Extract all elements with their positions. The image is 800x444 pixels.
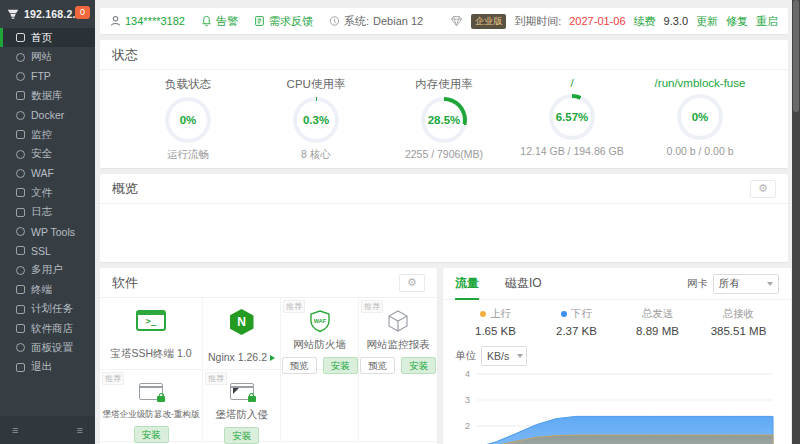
- sidebar-item-ftp[interactable]: FTP: [0, 67, 95, 86]
- sidebar-item-terminal[interactable]: 终端: [0, 280, 95, 299]
- panel-version[interactable]: 9.3.0: [664, 15, 688, 27]
- repair-button[interactable]: 修复: [726, 14, 748, 29]
- wordpress-icon: [16, 227, 25, 236]
- website-icon: [16, 53, 25, 62]
- account-link[interactable]: 134****3182: [110, 15, 185, 27]
- main-content: 134****3182 告警 需求反馈 系统: Debian 12 企业版 到期…: [95, 0, 792, 444]
- sidebar-item-wp-tools[interactable]: WP Tools: [0, 222, 95, 241]
- sidebar-item-security[interactable]: 安全: [0, 144, 95, 163]
- cube-icon: [386, 309, 410, 333]
- tab-traffic[interactable]: 流量: [455, 268, 479, 300]
- overview-panel-header: 概览 ⚙: [100, 174, 788, 204]
- sidebar-item-waf[interactable]: WAF: [0, 164, 95, 183]
- traffic-chart-wrap: 1234: [455, 368, 779, 444]
- topbar: 134****3182 告警 需求反馈 系统: Debian 12 企业版 到期…: [100, 8, 788, 34]
- svg-text:WAF: WAF: [313, 318, 326, 324]
- database-icon: [16, 91, 25, 100]
- sidebar-item-docker[interactable]: Docker: [0, 106, 95, 125]
- unit-select[interactable]: KB/s: [481, 346, 527, 366]
- sidebar-item-logs[interactable]: 日志: [0, 203, 95, 222]
- server-ip: 192.168.2.3: [24, 8, 82, 20]
- overview-settings-button[interactable]: ⚙: [750, 180, 776, 198]
- page-scrollbar: [792, 0, 800, 444]
- app-waf[interactable]: 推荐 WAF 网站防火墙 预览 安装: [281, 298, 359, 370]
- status-gauges: 负载状态 0% 运行流畅 CPU使用率 0.3% 8 核心 内存使用率 28.5…: [100, 70, 788, 167]
- logs-icon: [16, 208, 25, 217]
- alert-link[interactable]: 告警: [201, 14, 238, 29]
- account-phone[interactable]: 134****3182: [125, 15, 185, 27]
- renew-button[interactable]: 续费: [634, 14, 656, 29]
- baota-panel-home: 192.168.2.3 0 首页 网站 FTP 数据库 Docker 监控 安全…: [0, 0, 800, 444]
- sidebar-item-multiuser[interactable]: 多用户: [0, 261, 95, 280]
- sidebar-item-appstore[interactable]: 软件商店: [0, 319, 95, 338]
- app-nginx[interactable]: N Nginx 1.26.2: [203, 298, 281, 370]
- user-icon: [110, 15, 121, 27]
- collapse-sidebar-icon[interactable]: ≡: [12, 424, 18, 436]
- svg-text:3: 3: [465, 395, 470, 405]
- gauge-ring: 6.57%: [549, 94, 595, 140]
- tamper-proof-icon: [139, 383, 163, 400]
- status-panel-header: 状态: [100, 40, 788, 70]
- chevron-down-icon: [767, 282, 773, 286]
- sidebar-item-ssl[interactable]: SSL: [0, 241, 95, 260]
- docker-icon: [16, 111, 25, 120]
- terminal-icon: [16, 285, 25, 294]
- edition-badge: 企业版: [471, 14, 506, 29]
- system-info: 系统: Debian 12: [329, 14, 423, 29]
- traffic-panel: 流量 磁盘IO 网卡 所有 上行 1.65 KB: [443, 268, 791, 444]
- recommended-tag: 推荐: [102, 372, 124, 385]
- sidebar-item-files[interactable]: 文件: [0, 183, 95, 202]
- traffic-body: 上行 1.65 KB 下行 2.37 KB 总发送 8.89 MB 总接收: [443, 300, 791, 444]
- app-ssh-terminal[interactable]: >_ 宝塔SSH终端 1.0: [100, 298, 203, 370]
- install-button[interactable]: 安装: [134, 426, 169, 443]
- sidebar-item-cron[interactable]: 计划任务: [0, 299, 95, 318]
- intrusion-prevention-icon: [230, 383, 254, 400]
- app-cell-empty: [359, 370, 437, 442]
- tab-disk-io[interactable]: 磁盘IO: [505, 268, 542, 300]
- restart-button[interactable]: 重启: [756, 14, 778, 29]
- diamond-icon: [450, 15, 463, 27]
- overview-body: [100, 204, 788, 261]
- gauge-disk-vmblock: /run/vmblock-fuse 0% 0.00 b / 0.00 b: [636, 75, 764, 167]
- sidebar-item-website[interactable]: 网站: [0, 47, 95, 66]
- sidebar-item-database[interactable]: 数据库: [0, 86, 95, 105]
- waf-shield-icon: WAF: [308, 309, 332, 333]
- gear-icon: ⚙: [758, 182, 768, 195]
- nic-selector-wrap: 网卡 所有: [687, 274, 779, 294]
- software-settings-button[interactable]: ⚙: [399, 274, 425, 292]
- feedback-link[interactable]: 需求反馈: [254, 14, 313, 29]
- system-value: Debian 12: [373, 15, 423, 27]
- chevron-down-icon: [517, 354, 523, 358]
- stat-total-received: 总接收 385.51 MB: [698, 307, 779, 337]
- recommended-tag: 推荐: [283, 300, 305, 313]
- sidebar-item-settings[interactable]: 面板设置: [0, 338, 95, 357]
- sidebar-logo-row[interactable]: 192.168.2.3 0: [0, 0, 95, 28]
- software-panel: 软件 ⚙ >_ 宝塔SSH终端 1.0 N Nginx 1.26.2 推荐: [100, 268, 437, 444]
- sidebar-item-monitor[interactable]: 监控: [0, 125, 95, 144]
- downstream-dot: [561, 311, 567, 317]
- expire-label: 到期时间:: [514, 14, 561, 29]
- recommended-tag: 推荐: [205, 372, 227, 385]
- users-icon: [16, 266, 25, 275]
- nic-select[interactable]: 所有: [713, 274, 779, 294]
- message-count-badge[interactable]: 0: [75, 6, 90, 19]
- gauge-load: 负载状态 0% 运行流畅: [124, 75, 252, 167]
- running-play-icon: [270, 355, 275, 361]
- topbar-right: 企业版 到期时间: 2027-01-06 续费 9.3.0 更新 修复 重启: [450, 14, 778, 29]
- sidebar-item-home[interactable]: 首页: [0, 28, 95, 47]
- sidebar-item-logout[interactable]: 退出: [0, 358, 95, 377]
- scrollbar-thumb[interactable]: [793, 0, 799, 112]
- update-button[interactable]: 更新: [696, 14, 718, 29]
- calendar-icon: [16, 305, 25, 314]
- upstream-dot: [480, 311, 486, 317]
- app-tamper-proof[interactable]: 推荐 堡塔企业级防篡改-重构版 安装: [100, 370, 203, 442]
- unit-selector-wrap: 单位 KB/s: [455, 346, 779, 366]
- menu-style-icon[interactable]: ≡: [77, 424, 83, 436]
- feedback-doc-icon: [254, 15, 265, 27]
- install-button[interactable]: 安装: [224, 427, 259, 444]
- software-title: 软件: [112, 274, 138, 292]
- software-grid: >_ 宝塔SSH终端 1.0 N Nginx 1.26.2 推荐 WAF 网站防…: [100, 298, 437, 442]
- app-intrusion-prevention[interactable]: 推荐 堡塔防入侵 安装: [203, 370, 281, 442]
- app-site-monitor-report[interactable]: 推荐 网站监控报表 预览 安装: [359, 298, 437, 370]
- recommended-tag: 推荐: [361, 300, 383, 313]
